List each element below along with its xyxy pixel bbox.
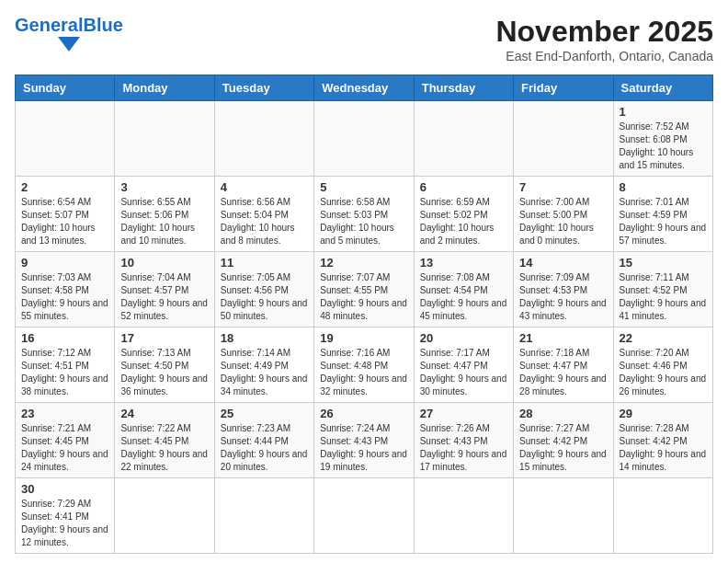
day-number: 20: [420, 331, 507, 345]
day-number: 19: [320, 331, 407, 345]
weekday-header-wednesday: Wednesday: [314, 75, 414, 101]
day-number: 9: [21, 256, 108, 270]
day-info: Sunrise: 7:09 AM Sunset: 4:53 PM Dayligh…: [519, 271, 607, 323]
calendar-table: SundayMondayTuesdayWednesdayThursdayFrid…: [15, 75, 713, 554]
day-number: 12: [320, 256, 407, 270]
day-info: Sunrise: 7:01 AM Sunset: 4:59 PM Dayligh…: [620, 196, 707, 247]
calendar-cell: 2Sunrise: 6:54 AM Sunset: 5:07 PM Daylig…: [16, 177, 115, 252]
calendar-cell: 23Sunrise: 7:21 AM Sunset: 4:45 PM Dayli…: [16, 403, 115, 478]
calendar-cell: 30Sunrise: 7:29 AM Sunset: 4:41 PM Dayli…: [16, 478, 115, 554]
day-info: Sunrise: 7:26 AM Sunset: 4:43 PM Dayligh…: [420, 422, 507, 474]
calendar-cell: [115, 101, 214, 177]
calendar-week-1: 1Sunrise: 7:52 AM Sunset: 6:08 PM Daylig…: [16, 101, 713, 177]
day-number: 17: [120, 331, 208, 345]
calendar-cell: 25Sunrise: 7:23 AM Sunset: 4:44 PM Dayli…: [214, 403, 313, 478]
calendar-cell: 1Sunrise: 7:52 AM Sunset: 6:08 PM Daylig…: [613, 101, 712, 177]
calendar-cell: 6Sunrise: 6:59 AM Sunset: 5:02 PM Daylig…: [414, 177, 513, 252]
calendar-cell: 14Sunrise: 7:09 AM Sunset: 4:53 PM Dayli…: [514, 252, 613, 327]
calendar-cell: 26Sunrise: 7:24 AM Sunset: 4:43 PM Dayli…: [314, 403, 414, 478]
day-info: Sunrise: 6:56 AM Sunset: 5:04 PM Dayligh…: [221, 196, 308, 247]
calendar-cell: [16, 101, 115, 177]
weekday-header-friday: Friday: [514, 75, 613, 101]
day-info: Sunrise: 6:55 AM Sunset: 5:06 PM Dayligh…: [120, 196, 208, 247]
calendar-cell: [115, 478, 214, 554]
logo-text: GeneralBlue: [15, 15, 123, 36]
day-number: 5: [320, 180, 407, 194]
calendar-cell: [214, 478, 313, 554]
weekday-header-saturday: Saturday: [613, 75, 712, 101]
day-number: 25: [221, 407, 308, 420]
calendar-week-4: 16Sunrise: 7:12 AM Sunset: 4:51 PM Dayli…: [16, 327, 713, 403]
calendar-cell: 13Sunrise: 7:08 AM Sunset: 4:54 PM Dayli…: [414, 252, 513, 327]
calendar-cell: 18Sunrise: 7:14 AM Sunset: 4:49 PM Dayli…: [214, 327, 313, 403]
logo-general: General: [15, 15, 83, 35]
day-number: 3: [120, 180, 208, 194]
day-info: Sunrise: 7:20 AM Sunset: 4:46 PM Dayligh…: [620, 347, 707, 398]
day-info: Sunrise: 7:21 AM Sunset: 4:45 PM Dayligh…: [21, 422, 108, 474]
day-info: Sunrise: 7:04 AM Sunset: 4:57 PM Dayligh…: [120, 271, 208, 323]
logo-blue: Blue: [83, 15, 122, 35]
calendar-cell: 7Sunrise: 7:00 AM Sunset: 5:00 PM Daylig…: [514, 177, 613, 252]
day-info: Sunrise: 7:07 AM Sunset: 4:55 PM Dayligh…: [320, 271, 407, 323]
calendar-cell: 3Sunrise: 6:55 AM Sunset: 5:06 PM Daylig…: [115, 177, 214, 252]
weekday-header-thursday: Thursday: [414, 75, 513, 101]
calendar-week-3: 9Sunrise: 7:03 AM Sunset: 4:58 PM Daylig…: [16, 252, 713, 327]
day-number: 27: [420, 407, 507, 420]
calendar-cell: [314, 101, 414, 177]
day-info: Sunrise: 7:00 AM Sunset: 5:00 PM Dayligh…: [519, 196, 607, 247]
calendar-cell: 27Sunrise: 7:26 AM Sunset: 4:43 PM Dayli…: [414, 403, 513, 478]
title-area: November 2025 East End-Danforth, Ontario…: [495, 15, 713, 63]
day-number: 26: [320, 407, 407, 420]
day-number: 8: [620, 180, 707, 194]
day-number: 16: [21, 331, 108, 345]
day-info: Sunrise: 7:22 AM Sunset: 4:45 PM Dayligh…: [120, 422, 208, 474]
logo: GeneralBlue: [15, 15, 123, 52]
calendar-cell: 19Sunrise: 7:16 AM Sunset: 4:48 PM Dayli…: [314, 327, 414, 403]
day-info: Sunrise: 7:05 AM Sunset: 4:56 PM Dayligh…: [221, 271, 308, 323]
calendar-cell: [514, 101, 613, 177]
logo-triangle-icon: [58, 37, 80, 52]
calendar-cell: 8Sunrise: 7:01 AM Sunset: 4:59 PM Daylig…: [613, 177, 712, 252]
calendar-cell: 20Sunrise: 7:17 AM Sunset: 4:47 PM Dayli…: [414, 327, 513, 403]
day-number: 18: [221, 331, 308, 345]
day-number: 24: [120, 407, 208, 420]
calendar-cell: 29Sunrise: 7:28 AM Sunset: 4:42 PM Dayli…: [613, 403, 712, 478]
calendar-cell: 28Sunrise: 7:27 AM Sunset: 4:42 PM Dayli…: [514, 403, 613, 478]
calendar-cell: 15Sunrise: 7:11 AM Sunset: 4:52 PM Dayli…: [613, 252, 712, 327]
calendar-cell: 22Sunrise: 7:20 AM Sunset: 4:46 PM Dayli…: [613, 327, 712, 403]
day-number: 2: [21, 180, 108, 194]
weekday-header-row: SundayMondayTuesdayWednesdayThursdayFrid…: [16, 75, 713, 101]
calendar-cell: [314, 478, 414, 554]
day-info: Sunrise: 7:14 AM Sunset: 4:49 PM Dayligh…: [221, 347, 308, 398]
day-info: Sunrise: 7:23 AM Sunset: 4:44 PM Dayligh…: [221, 422, 308, 474]
day-number: 4: [221, 180, 308, 194]
day-info: Sunrise: 7:18 AM Sunset: 4:47 PM Dayligh…: [519, 347, 607, 398]
day-number: 15: [620, 256, 707, 270]
calendar-cell: [214, 101, 313, 177]
day-info: Sunrise: 7:29 AM Sunset: 4:41 PM Dayligh…: [21, 498, 108, 549]
day-number: 21: [519, 331, 607, 345]
calendar-week-2: 2Sunrise: 6:54 AM Sunset: 5:07 PM Daylig…: [16, 177, 713, 252]
day-number: 7: [519, 180, 607, 194]
calendar-cell: 17Sunrise: 7:13 AM Sunset: 4:50 PM Dayli…: [115, 327, 214, 403]
weekday-header-monday: Monday: [115, 75, 214, 101]
calendar-cell: 16Sunrise: 7:12 AM Sunset: 4:51 PM Dayli…: [16, 327, 115, 403]
calendar-cell: 9Sunrise: 7:03 AM Sunset: 4:58 PM Daylig…: [16, 252, 115, 327]
calendar-cell: 4Sunrise: 6:56 AM Sunset: 5:04 PM Daylig…: [214, 177, 313, 252]
calendar-cell: 10Sunrise: 7:04 AM Sunset: 4:57 PM Dayli…: [115, 252, 214, 327]
month-title: November 2025: [495, 15, 713, 49]
day-number: 14: [519, 256, 607, 270]
calendar-cell: 11Sunrise: 7:05 AM Sunset: 4:56 PM Dayli…: [214, 252, 313, 327]
day-info: Sunrise: 7:03 AM Sunset: 4:58 PM Dayligh…: [21, 271, 108, 323]
day-number: 11: [221, 256, 308, 270]
day-info: Sunrise: 6:58 AM Sunset: 5:03 PM Dayligh…: [320, 196, 407, 247]
day-number: 30: [21, 482, 108, 496]
day-info: Sunrise: 6:54 AM Sunset: 5:07 PM Dayligh…: [21, 196, 108, 247]
calendar-cell: 24Sunrise: 7:22 AM Sunset: 4:45 PM Dayli…: [115, 403, 214, 478]
page-header: GeneralBlue November 2025 East End-Danfo…: [15, 15, 713, 63]
calendar-cell: 5Sunrise: 6:58 AM Sunset: 5:03 PM Daylig…: [314, 177, 414, 252]
calendar-week-5: 23Sunrise: 7:21 AM Sunset: 4:45 PM Dayli…: [16, 403, 713, 478]
day-info: Sunrise: 7:24 AM Sunset: 4:43 PM Dayligh…: [320, 422, 407, 474]
calendar-cell: 12Sunrise: 7:07 AM Sunset: 4:55 PM Dayli…: [314, 252, 414, 327]
day-info: Sunrise: 6:59 AM Sunset: 5:02 PM Dayligh…: [420, 196, 507, 247]
